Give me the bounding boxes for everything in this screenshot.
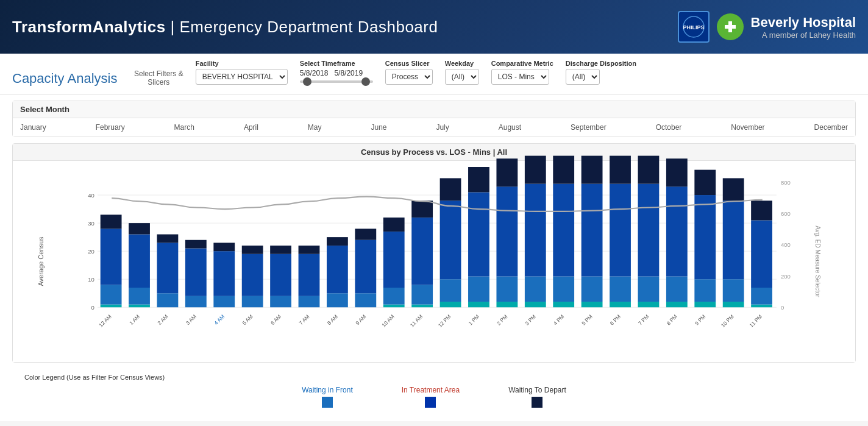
legend-waiting-front[interactable]: Waiting in Front xyxy=(302,386,353,408)
legend-waiting-depart[interactable]: Waiting To Depart xyxy=(508,386,566,408)
dashboard-title: Emergency Department Dashboard xyxy=(179,18,438,36)
svg-rect-25 xyxy=(129,305,150,308)
census-slicer-control[interactable]: Process xyxy=(385,69,433,85)
month-may[interactable]: May xyxy=(308,123,322,132)
month-august[interactable]: August xyxy=(499,123,521,132)
svg-rect-103 xyxy=(610,277,631,302)
svg-rect-60 xyxy=(355,229,376,240)
svg-text:10: 10 xyxy=(88,276,94,283)
svg-rect-32 xyxy=(157,235,179,243)
census-slicer-filter: Census Slicer Process xyxy=(385,60,433,85)
svg-text:5 AM: 5 AM xyxy=(241,313,254,326)
svg-rect-113 xyxy=(666,277,688,302)
slider-track[interactable] xyxy=(300,80,373,83)
weekday-select[interactable]: (All) xyxy=(445,69,479,85)
month-october[interactable]: October xyxy=(656,123,682,132)
month-september[interactable]: September xyxy=(571,123,607,132)
timeframe-slider[interactable] xyxy=(300,80,373,83)
legend-title: Color Legend (Use as Filter For Census V… xyxy=(24,374,844,381)
svg-rect-44 xyxy=(242,246,263,254)
legend-in-treatment-label: In Treatment Area xyxy=(402,386,460,394)
app-title: TransformAnalytics | Emergency Departmen… xyxy=(12,18,438,36)
timeframe-label: Select Timeframe xyxy=(300,60,373,67)
weekday-control[interactable]: (All) xyxy=(445,69,479,85)
discharge-control[interactable]: (All) xyxy=(566,69,636,85)
svg-text:11 PM: 11 PM xyxy=(748,313,763,328)
main-content: Select Month January February March Apri… xyxy=(0,94,868,421)
svg-text:4 PM: 4 PM xyxy=(552,313,565,326)
y-axis-left-label: Average Census xyxy=(37,236,44,286)
month-december[interactable]: December xyxy=(814,123,848,132)
svg-rect-107 xyxy=(638,302,660,307)
hospital-cross-icon xyxy=(722,18,739,35)
svg-rect-80 xyxy=(468,167,489,192)
svg-rect-68 xyxy=(411,285,433,304)
svg-rect-22 xyxy=(101,229,122,285)
svg-text:200: 200 xyxy=(781,273,791,280)
discharge-select[interactable]: (All) xyxy=(566,69,600,85)
month-april[interactable]: April xyxy=(244,123,258,132)
facility-filter: Facility BEVERLY HOSPITAL xyxy=(196,60,288,85)
svg-text:8 AM: 8 AM xyxy=(326,313,339,326)
svg-rect-95 xyxy=(553,156,574,184)
svg-rect-127 xyxy=(751,305,772,308)
month-june[interactable]: June xyxy=(371,123,386,132)
svg-rect-125 xyxy=(723,178,744,201)
svg-text:7 PM: 7 PM xyxy=(637,313,650,326)
header-right: PHILIPS Beverly Hospital A member of Lah… xyxy=(678,11,856,43)
svg-rect-78 xyxy=(468,277,489,302)
svg-rect-46 xyxy=(270,296,291,307)
svg-rect-23 xyxy=(101,215,122,229)
month-labels: January February March April May June Ju… xyxy=(13,118,855,137)
facility-label: Facility xyxy=(196,60,288,67)
svg-rect-130 xyxy=(751,201,772,220)
slider-thumb-left[interactable] xyxy=(303,77,311,86)
svg-text:6 AM: 6 AM xyxy=(269,313,282,326)
svg-rect-50 xyxy=(299,296,320,307)
svg-rect-38 xyxy=(213,296,235,307)
legend-waiting-depart-label: Waiting To Depart xyxy=(508,386,566,394)
svg-rect-99 xyxy=(582,184,603,277)
facility-select[interactable]: BEVERLY HOSPITAL xyxy=(196,69,288,85)
svg-text:12 PM: 12 PM xyxy=(437,313,452,328)
comparative-metric-control[interactable]: LOS - Mins xyxy=(491,69,553,85)
comparative-metric-select[interactable]: LOS - Mins xyxy=(491,69,549,85)
chart-wrapper: Average Census Avg. ED Measure Selector … xyxy=(13,161,855,362)
legend-in-treatment[interactable]: In Treatment Area xyxy=(402,386,460,408)
svg-text:11 AM: 11 AM xyxy=(409,313,424,328)
svg-rect-42 xyxy=(242,296,263,307)
month-july[interactable]: July xyxy=(436,123,449,132)
svg-rect-117 xyxy=(694,302,716,307)
svg-rect-123 xyxy=(723,279,744,302)
legend-waiting-depart-box xyxy=(532,397,542,408)
svg-text:PHILIPS: PHILIPS xyxy=(683,24,704,30)
svg-rect-31 xyxy=(157,243,179,293)
month-november[interactable]: November xyxy=(731,123,764,132)
svg-rect-119 xyxy=(694,195,716,279)
svg-rect-52 xyxy=(299,246,320,254)
svg-rect-28 xyxy=(129,223,150,234)
svg-rect-36 xyxy=(185,240,207,249)
svg-rect-74 xyxy=(440,201,461,279)
svg-rect-88 xyxy=(525,277,546,302)
month-february[interactable]: February xyxy=(96,123,125,132)
svg-rect-84 xyxy=(496,186,518,276)
slider-thumb-right[interactable] xyxy=(361,77,370,86)
svg-text:5 PM: 5 PM xyxy=(580,313,593,326)
legend-waiting-front-label: Waiting in Front xyxy=(302,386,353,394)
svg-rect-102 xyxy=(610,302,631,307)
month-january[interactable]: January xyxy=(20,123,46,132)
svg-text:9 AM: 9 AM xyxy=(354,313,367,326)
svg-rect-75 xyxy=(440,178,461,201)
svg-rect-20 xyxy=(101,305,122,308)
svg-text:2 AM: 2 AM xyxy=(156,313,169,326)
legend-items: Waiting in Front In Treatment Area Waiti… xyxy=(24,386,844,408)
svg-rect-54 xyxy=(327,293,348,307)
census-slicer-select[interactable]: Process xyxy=(385,69,433,85)
month-march[interactable]: March xyxy=(174,123,194,132)
svg-rect-77 xyxy=(468,302,489,307)
timeframe-end: 5/8/2019 xyxy=(334,69,363,77)
facility-control[interactable]: BEVERLY HOSPITAL xyxy=(196,69,288,85)
svg-rect-128 xyxy=(751,288,772,305)
month-section: Select Month January February March Apri… xyxy=(12,101,856,137)
